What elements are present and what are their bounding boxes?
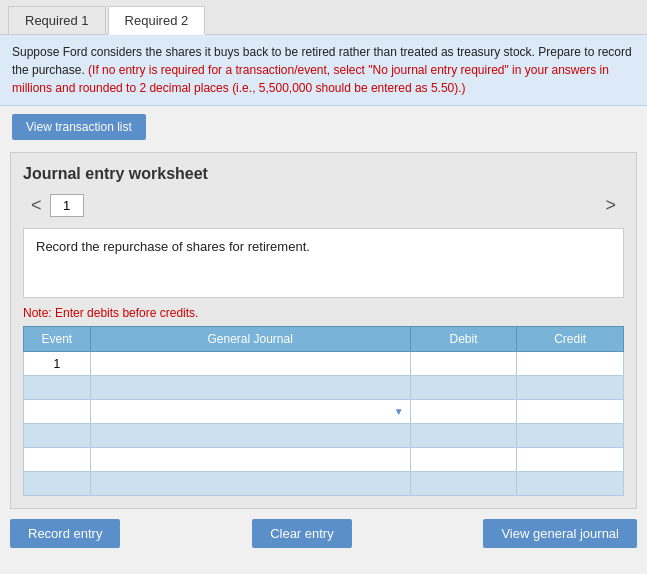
table-header: Event General Journal Debit Credit	[24, 327, 624, 352]
cell-credit[interactable]	[517, 352, 624, 376]
table-row: ▼	[24, 400, 624, 424]
table-body: 1▼	[24, 352, 624, 496]
cell-journal[interactable]: ▼	[90, 400, 410, 424]
journal-table: Event General Journal Debit Credit 1▼	[23, 326, 624, 496]
cell-event	[24, 424, 91, 448]
cell-debit[interactable]	[410, 424, 517, 448]
info-box: Suppose Ford considers the shares it buy…	[0, 35, 647, 106]
dropdown-arrow-icon[interactable]: ▼	[394, 406, 404, 417]
cell-credit[interactable]	[517, 472, 624, 496]
clear-entry-button[interactable]: Clear entry	[252, 519, 352, 548]
bottom-buttons: Record entry Clear entry View general jo…	[10, 519, 637, 548]
cell-credit[interactable]	[517, 376, 624, 400]
cell-credit[interactable]	[517, 448, 624, 472]
info-red-text: (If no entry is required for a transacti…	[12, 63, 609, 95]
table-row	[24, 472, 624, 496]
table-row: 1	[24, 352, 624, 376]
view-transaction-bar: View transaction list	[0, 106, 647, 148]
tab-required2[interactable]: Required 2	[108, 6, 206, 35]
nav-number: 1	[50, 194, 84, 217]
col-general-journal: General Journal	[90, 327, 410, 352]
cell-debit[interactable]	[410, 448, 517, 472]
cell-journal[interactable]	[90, 472, 410, 496]
cell-event	[24, 376, 91, 400]
col-credit: Credit	[517, 327, 624, 352]
worksheet-container: Journal entry worksheet < 1 > Record the…	[10, 152, 637, 509]
cell-journal[interactable]	[90, 352, 410, 376]
cell-debit[interactable]	[410, 376, 517, 400]
nav-row: < 1 >	[23, 193, 624, 218]
cell-event	[24, 448, 91, 472]
table-row	[24, 424, 624, 448]
nav-next-arrow[interactable]: >	[597, 193, 624, 218]
view-general-journal-button[interactable]: View general journal	[483, 519, 637, 548]
note-text: Note: Enter debits before credits.	[23, 306, 624, 320]
cell-journal[interactable]	[90, 424, 410, 448]
cell-journal[interactable]	[90, 376, 410, 400]
tabs-bar: Required 1 Required 2	[0, 0, 647, 35]
col-event: Event	[24, 327, 91, 352]
cell-debit[interactable]	[410, 400, 517, 424]
cell-debit[interactable]	[410, 352, 517, 376]
cell-credit[interactable]	[517, 424, 624, 448]
record-entry-button[interactable]: Record entry	[10, 519, 120, 548]
table-row	[24, 376, 624, 400]
cell-debit[interactable]	[410, 472, 517, 496]
tab-required1[interactable]: Required 1	[8, 6, 106, 34]
worksheet-title: Journal entry worksheet	[23, 165, 624, 183]
view-transaction-button[interactable]: View transaction list	[12, 114, 146, 140]
description-box: Record the repurchase of shares for reti…	[23, 228, 624, 298]
cell-event	[24, 400, 91, 424]
col-debit: Debit	[410, 327, 517, 352]
table-row	[24, 448, 624, 472]
cell-event: 1	[24, 352, 91, 376]
cell-event	[24, 472, 91, 496]
nav-prev-arrow[interactable]: <	[23, 193, 50, 218]
cell-journal[interactable]	[90, 448, 410, 472]
cell-credit[interactable]	[517, 400, 624, 424]
description-text: Record the repurchase of shares for reti…	[36, 239, 310, 254]
